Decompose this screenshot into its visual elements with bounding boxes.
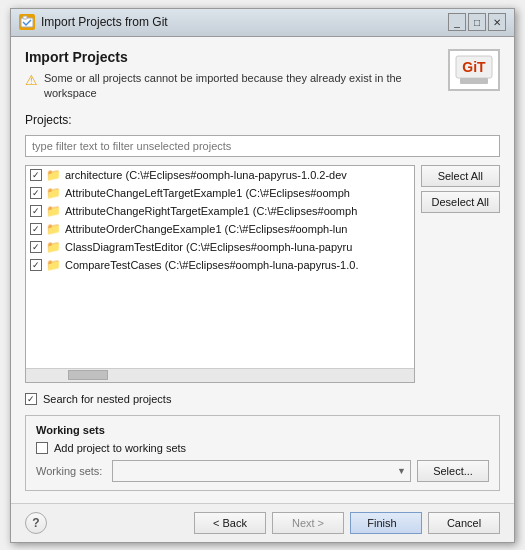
project-name: AttributeChangeRightTargetExample1 (C:\#… [65, 205, 357, 217]
select-working-sets-button[interactable]: Select... [417, 460, 489, 482]
maximize-button[interactable]: □ [468, 13, 486, 31]
svg-rect-1 [23, 16, 27, 19]
nested-label: Search for nested projects [43, 393, 171, 405]
folder-icon: 📁 [46, 240, 61, 254]
project-name: AttributeOrderChangeExample1 (C:\#Eclips… [65, 223, 347, 235]
close-button[interactable]: ✕ [488, 13, 506, 31]
item-checkbox[interactable]: ✓ [30, 259, 42, 271]
title-controls: _ □ ✕ [448, 13, 506, 31]
list-item[interactable]: ✓ 📁 AttributeChangeLeftTargetExample1 (C… [26, 184, 414, 202]
nested-projects-row: ✓ Search for nested projects [25, 393, 500, 405]
back-button[interactable]: < Back [194, 512, 266, 534]
project-name: architecture (C:\#Eclipses#oomph-luna-pa… [65, 169, 347, 181]
working-sets-label-row: Working sets: ▼ Select... [36, 460, 489, 482]
folder-icon: 📁 [46, 204, 61, 218]
working-sets-section: Working sets Add project to working sets… [25, 415, 500, 491]
project-name: AttributeChangeLeftTargetExample1 (C:\#E… [65, 187, 350, 199]
deselect-all-button[interactable]: Deselect All [421, 191, 500, 213]
projects-list[interactable]: ✓ 📁 architecture (C:\#Eclipses#oomph-lun… [26, 166, 414, 367]
header-section: Import Projects ⚠ Some or all projects c… [25, 49, 500, 102]
working-sets-combo[interactable]: ▼ [112, 460, 411, 482]
projects-area: ✓ 📁 architecture (C:\#Eclipses#oomph-lun… [25, 165, 500, 382]
import-title: Import Projects [25, 49, 405, 65]
project-name: CompareTestCases (C:\#Eclipses#oomph-lun… [65, 259, 358, 271]
minimize-button[interactable]: _ [448, 13, 466, 31]
list-item[interactable]: ✓ 📁 architecture (C:\#Eclipses#oomph-lun… [26, 166, 414, 184]
dialog-icon [19, 14, 35, 30]
project-name: ClassDiagramTestEditor (C:\#Eclipses#oom… [65, 241, 352, 253]
list-item[interactable]: ✓ 📁 AttributeOrderChangeExample1 (C:\#Ec… [26, 220, 414, 238]
add-working-sets-row: Add project to working sets [36, 442, 489, 454]
folder-icon: 📁 [46, 258, 61, 272]
header-left: Import Projects ⚠ Some or all projects c… [25, 49, 405, 102]
list-item[interactable]: ✓ 📁 CompareTestCases (C:\#Eclipses#oomph… [26, 256, 414, 274]
warning-row: ⚠ Some or all projects cannot be importe… [25, 71, 405, 102]
item-checkbox[interactable]: ✓ [30, 169, 42, 181]
nested-checkbox[interactable]: ✓ [25, 393, 37, 405]
title-bar-left: Import Projects from Git [19, 14, 168, 30]
folder-icon: 📁 [46, 222, 61, 236]
select-all-button[interactable]: Select All [421, 165, 500, 187]
help-button[interactable]: ? [25, 512, 47, 534]
item-checkbox[interactable]: ✓ [30, 223, 42, 235]
list-item[interactable]: ✓ 📁 ClassDiagramTestEditor (C:\#Eclipses… [26, 238, 414, 256]
filter-row [25, 135, 500, 157]
item-checkbox[interactable]: ✓ [30, 241, 42, 253]
git-logo: GiT [448, 49, 500, 91]
combo-arrow-icon: ▼ [397, 466, 406, 476]
item-checkbox[interactable]: ✓ [30, 205, 42, 217]
add-working-sets-label: Add project to working sets [54, 442, 186, 454]
folder-icon: 📁 [46, 186, 61, 200]
dialog-content: Import Projects ⚠ Some or all projects c… [11, 37, 514, 503]
horizontal-scrollbar[interactable] [26, 368, 414, 382]
svg-text:GiT: GiT [462, 59, 486, 75]
next-button[interactable]: Next > [272, 512, 344, 534]
filter-input[interactable] [25, 135, 500, 157]
warning-icon: ⚠ [25, 72, 38, 88]
side-buttons: Select All Deselect All [421, 165, 500, 382]
git-logo-icon: GiT [454, 54, 494, 86]
dialog-title: Import Projects from Git [41, 15, 168, 29]
button-row: ? < Back Next > Finish Cancel [11, 503, 514, 542]
projects-list-container: ✓ 📁 architecture (C:\#Eclipses#oomph-lun… [25, 165, 415, 382]
svg-rect-4 [460, 78, 488, 84]
projects-label: Projects: [25, 113, 500, 127]
working-sets-title: Working sets [36, 424, 489, 436]
working-sets-label: Working sets: [36, 465, 106, 477]
add-working-sets-checkbox[interactable] [36, 442, 48, 454]
import-dialog: Import Projects from Git _ □ ✕ Import Pr… [10, 8, 515, 543]
folder-icon: 📁 [46, 168, 61, 182]
cancel-button[interactable]: Cancel [428, 512, 500, 534]
warning-text: Some or all projects cannot be imported … [44, 71, 405, 102]
title-bar: Import Projects from Git _ □ ✕ [11, 9, 514, 37]
scrollbar-thumb[interactable] [68, 370, 108, 380]
item-checkbox[interactable]: ✓ [30, 187, 42, 199]
finish-button[interactable]: Finish [350, 512, 422, 534]
list-item[interactable]: ✓ 📁 AttributeChangeRightTargetExample1 (… [26, 202, 414, 220]
